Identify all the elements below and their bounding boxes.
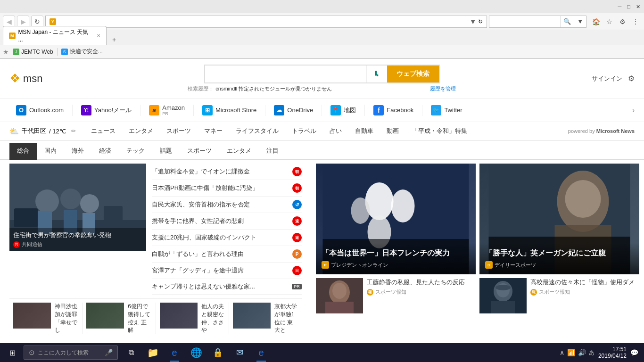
msn-search-input[interactable] [205,66,366,82]
url-input[interactable]: http://www.msn.com/ja-jp/?ocid=iehp [58,18,468,25]
right-card-chef[interactable]: 「本当は世界一」日本フレンチの実力 P プレジデントオンライン [316,164,476,274]
bottom-item-1[interactable]: 神田沙也加が謝罪「幸せでし [9,303,83,334]
mail-button[interactable]: ✉ [229,343,250,362]
nav-link-car[interactable]: 自動車 [349,125,379,137]
right-card-man[interactable]: 「勝手な人」英メーガン妃にご立腹 D デイリースポーツ [479,164,639,274]
bottom-item-4[interactable]: 京都大学が単独1位に 東大と [229,303,302,334]
nav-link-video[interactable]: 動画 [381,125,405,137]
address-refresh-icon[interactable]: ▼ [470,18,476,25]
tab-tech[interactable]: テック [119,143,152,160]
msn-settings-icon[interactable]: ⚙ [628,74,635,83]
reload-icon[interactable]: ↻ [478,18,483,25]
taskbar-search-placeholder[interactable]: ここに入力して検索 [38,349,89,357]
quick-link-msstore[interactable]: ⊞ Microsoft Store [196,102,263,118]
bookmark-jemtc[interactable]: J JEMTC Web [13,49,53,55]
new-tab-button[interactable]: + [107,34,121,45]
nav-link-entame[interactable]: エンタメ [123,125,159,137]
start-button[interactable]: ⊞ [2,343,23,362]
tab-sougou[interactable]: 総合 [9,143,37,160]
tab-close-button[interactable]: ✕ [97,33,100,38]
news-item-5[interactable]: 支援に20兆円、国家破綻のインパクト 週 [152,230,302,246]
quick-link-amazon[interactable]: a Amazon PR [142,101,191,119]
bookmark-security[interactable]: S 快適で安全... [61,48,103,56]
browser-search-input[interactable]: 検索... [489,18,560,25]
more-icon[interactable]: ⋮ [630,16,641,27]
explorer-button[interactable]: 📁 [142,343,163,362]
nav-link-special[interactable]: 「平成・令和」特集 [406,125,473,137]
clock-display[interactable]: 17:51 2019/04/12 [598,346,627,359]
facebook-label: Facebook [387,107,413,114]
quick-link-facebook[interactable]: f Facebook [367,102,420,118]
news-title-1: 「追加料金不要」でイオンに課徴金 [152,167,289,176]
microphone-icon[interactable]: 🎤 [105,349,113,356]
nav-link-news[interactable]: ニュース [85,125,121,137]
quick-link-outlook[interactable]: O Outlook.com [9,102,70,118]
right-card-small-left[interactable]: 工藤静香の私服、見た人たちの反応 報 スポーツ報知 [316,278,476,313]
news-title-5: 支援に20兆円、国家破綻のインパクト [152,233,289,242]
quick-links-more-button[interactable]: › [632,106,635,115]
tab-kaigai[interactable]: 海外 [64,143,91,160]
quick-link-chizu[interactable]: 📍 地図 [324,102,363,118]
tab-keizai[interactable]: 経済 [91,143,119,160]
right-card-small-right[interactable]: 高校最速の佐々木に「怪物」使用ダメ 報 スポーツ報知 [479,278,639,313]
favorites-star-icon[interactable]: ☆ [603,16,615,27]
volume-icon[interactable]: 🔊 [578,349,586,356]
search-dropdown-button[interactable]: ▼ [574,16,586,27]
network-icon[interactable]: 📶 [567,349,575,356]
edge-icon: 🌐 [190,347,202,358]
ie2-button[interactable]: e [251,343,272,362]
nav-link-fortune[interactable]: 占い [324,125,347,137]
home-icon[interactable]: 🏠 [590,16,602,27]
quick-link-onedrive[interactable]: ☁ OneDrive [267,102,320,118]
bottom-item-2[interactable]: 6億円で獲得して控え 正解 [83,303,156,334]
msn-signin-button[interactable]: サインイン [592,74,622,83]
news-item-7[interactable]: 宮澤アナ「グッディ」を途中退席 日 [152,263,302,279]
tab-chiumoku[interactable]: 注目 [259,143,286,160]
featured-image[interactable]: 住宅街で男が警察官の拳銃奪い発砲 共 共同通信 [9,164,146,251]
maximize-button[interactable]: □ [627,4,630,10]
close-button[interactable]: ✕ [636,4,640,10]
nav-link-travel[interactable]: トラベル [286,125,322,137]
quick-link-yahoo[interactable]: Y! Yahoo!メール [74,102,138,118]
news-item-6[interactable]: 白鵬が「ずるい」と言われる理由 P [152,246,302,263]
news-item-3[interactable]: 自民大家氏、安倍首相の指示を否定 ↺ [152,197,302,213]
ie-button[interactable]: e [164,343,185,362]
powered-by-text: powered by [568,128,595,134]
news-item-4[interactable]: 携帯を手に他界、女性記者の悲劇 週 [152,213,302,230]
news-item-1[interactable]: 「追加料金不要」でイオンに課徴金 朝 [152,164,302,180]
nav-link-money[interactable]: マネー [198,125,228,137]
bottom-title-2: 6億円で獲得して控え 正解 [128,303,151,334]
weather-edit-icon[interactable]: ✏ [71,128,76,134]
small-right-title[interactable]: 高校最速の佐々木に「怪物」使用ダメ [530,278,639,287]
news-item-2[interactable]: 日本酒PR動画に中傷「放射能に汚染」 朝 [152,180,302,197]
active-tab[interactable]: M MSN Japan - ニュース 天気 ... ✕ [3,26,107,45]
history-manage-link[interactable]: 履歴を管理 [430,85,456,92]
baseball-thumb [479,278,527,313]
edge-button[interactable]: 🌐 [186,343,206,362]
weather-badge[interactable]: ⛅ 千代田区 / 12℃ ✏ [9,127,76,136]
tab-kokunai[interactable]: 国内 [37,143,64,160]
msn-search-button[interactable]: ウェブ検索 [387,66,439,82]
featured-block: 住宅街で男が警察官の拳銃奪い発砲 共 共同通信 「追加料金不要」でイオンに課徴金… [9,164,302,295]
notification-button[interactable]: 💬 [630,349,638,356]
taskview-button[interactable]: ⧉ [121,343,141,362]
msn-logo[interactable]: ❖ msn [9,71,43,86]
tray-arrow-icon[interactable]: ∧ [560,349,564,356]
small-left-title[interactable]: 工藤静香の私服、見た人たちの反応 [367,278,476,287]
security-button[interactable]: 🔒 [207,343,228,362]
tab-wadai[interactable]: 話題 [152,143,180,160]
toolbar-icons: 🏠 ☆ ⚙ ⋮ [590,16,641,27]
bottom-item-3[interactable]: 他人の夫と親密な仲、ささや [156,303,229,334]
quick-link-twitter[interactable]: 🐦 Twitter [424,102,469,118]
nav-link-lifestyle[interactable]: ライフスタイル [230,125,284,137]
news-item-8[interactable]: キャンプ帰りとは思えない優雅な家... PR [152,279,302,295]
tab-sports[interactable]: スポーツ [180,143,219,160]
settings-gear-icon[interactable]: ⚙ [617,16,628,27]
msn-bing-button[interactable] [366,66,387,82]
tab-entame[interactable]: エンタメ [219,143,259,160]
ime-icon[interactable]: あ [589,349,594,357]
browser-search-button[interactable]: 🔍 [560,16,574,27]
minimize-button[interactable]: ─ [618,4,622,10]
taskbar-search-box[interactable]: ⊙ ここに入力して検索 🎤 [24,346,118,360]
nav-link-sports[interactable]: スポーツ [161,125,197,137]
